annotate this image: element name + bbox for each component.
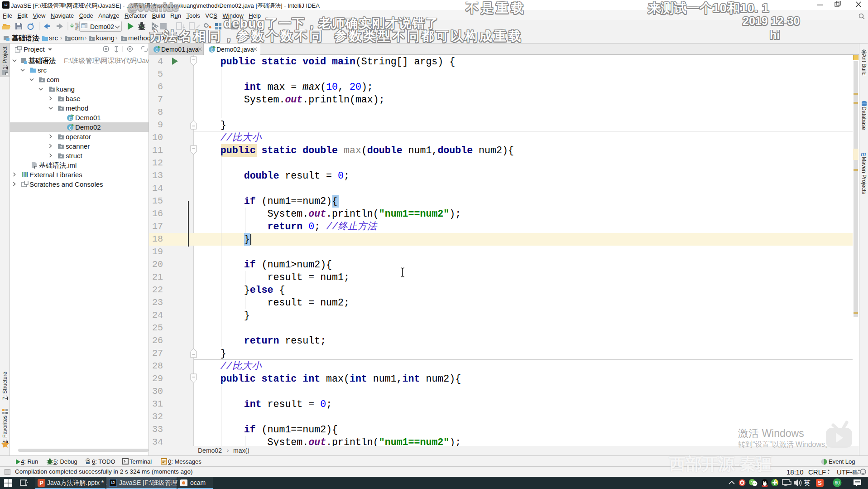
svg-text:c: c (211, 47, 213, 53)
svg-text:c: c (69, 115, 72, 121)
svg-text:c: c (155, 47, 158, 53)
svg-text:01: 01 (75, 28, 79, 31)
svg-text:60: 60 (834, 480, 840, 485)
svg-text:c: c (69, 125, 72, 131)
